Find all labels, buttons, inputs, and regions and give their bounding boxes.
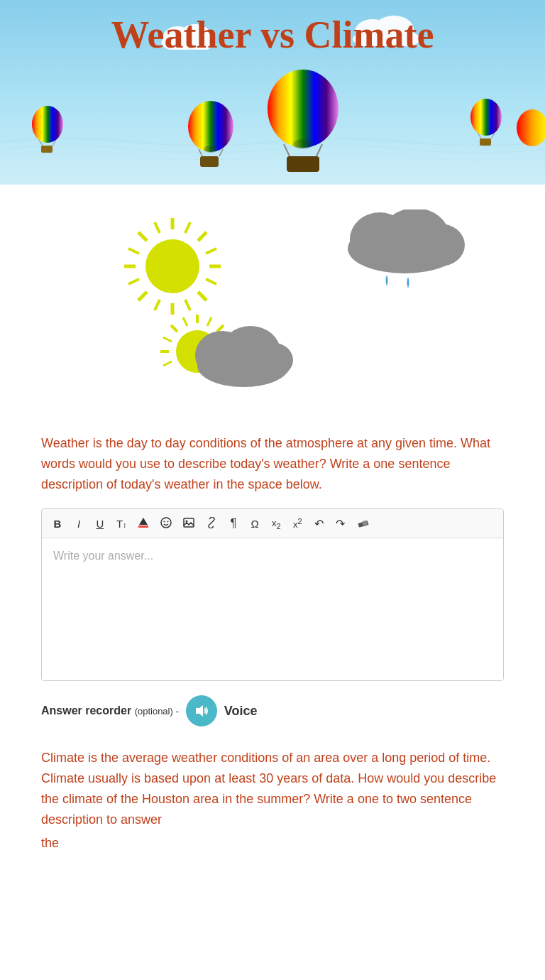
editor-placeholder: Write your answer... [53, 550, 153, 562]
answer-input[interactable]: Write your answer... [42, 538, 503, 680]
subscript-button[interactable]: x2 [266, 515, 286, 533]
svg-line-51 [207, 317, 211, 326]
svg-point-61 [161, 518, 171, 528]
answer-recorder: Answer recorder (optional) - Voice [41, 695, 504, 726]
svg-line-33 [155, 222, 160, 233]
svg-rect-14 [200, 156, 219, 167]
recorder-label: Answer recorder (optional) - [41, 704, 179, 717]
svg-point-41 [145, 239, 199, 293]
svg-line-34 [185, 222, 190, 233]
balloon-far-right [513, 107, 545, 163]
balloon-small-right [467, 96, 506, 149]
svg-line-30 [198, 292, 207, 300]
svg-line-17 [284, 144, 290, 156]
svg-line-31 [198, 232, 207, 241]
sun-icon [119, 213, 226, 320]
bold-button[interactable]: B [48, 515, 67, 533]
svg-line-49 [217, 325, 224, 332]
svg-rect-64 [184, 518, 194, 527]
link-button[interactable] [201, 514, 222, 533]
weather-description: Weather is the day to day conditions of … [41, 433, 504, 494]
svg-point-62 [164, 521, 165, 522]
svg-line-13 [219, 149, 223, 156]
rain-cloud-icon [334, 209, 475, 295]
editor-container: B I U T↕ ¶ Ω x2 x2 ↶ ↷ [41, 508, 504, 681]
svg-line-18 [316, 144, 322, 156]
speaker-icon [194, 703, 209, 719]
svg-rect-60 [138, 526, 148, 528]
emoji-button[interactable] [155, 514, 177, 533]
svg-point-59 [251, 342, 293, 378]
svg-line-39 [206, 249, 216, 254]
svg-line-37 [128, 249, 139, 254]
font-size-button[interactable]: T↕ [111, 515, 131, 533]
underline-button[interactable]: U [90, 515, 110, 533]
svg-rect-19 [287, 156, 319, 172]
svg-line-38 [128, 279, 139, 284]
svg-line-29 [138, 232, 147, 241]
svg-line-40 [206, 279, 216, 284]
svg-line-53 [163, 361, 172, 366]
svg-line-12 [199, 149, 202, 156]
svg-point-20 [470, 99, 502, 136]
image-button[interactable] [178, 514, 199, 533]
svg-rect-23 [480, 138, 491, 146]
svg-point-6 [32, 106, 63, 143]
weather-illustration [41, 199, 504, 426]
svg-point-45 [415, 224, 465, 266]
svg-point-11 [204, 146, 218, 153]
svg-point-15 [268, 70, 338, 148]
balloon-large [263, 67, 344, 178]
undo-button[interactable]: ↶ [309, 514, 329, 533]
redo-button[interactable]: ↷ [330, 514, 350, 533]
eraser-button[interactable] [353, 513, 374, 533]
svg-point-16 [293, 139, 313, 149]
main-content: Weather is the day to day conditions of … [27, 185, 518, 966]
svg-line-52 [163, 337, 172, 342]
balloon-decoration [0, 50, 545, 185]
page-title: Weather vs Climate [111, 13, 434, 57]
header: Weather vs Climate [0, 0, 545, 185]
svg-point-24 [517, 109, 545, 146]
voice-label: Voice [224, 704, 258, 719]
balloon-medium [185, 99, 238, 170]
svg-marker-69 [196, 705, 203, 717]
svg-line-48 [171, 325, 177, 332]
svg-line-32 [138, 292, 147, 300]
editor-toolbar: B I U T↕ ¶ Ω x2 x2 ↶ ↷ [42, 509, 503, 538]
partly-cloudy-icon [151, 309, 293, 401]
superscript-button[interactable]: x2 [287, 514, 307, 533]
svg-point-63 [167, 521, 169, 522]
svg-point-10 [188, 101, 233, 152]
italic-button[interactable]: I [69, 515, 89, 533]
color-button[interactable] [133, 514, 154, 533]
climate-description: Climate is the average weather condition… [41, 748, 504, 829]
paragraph-button[interactable]: ¶ [224, 513, 243, 533]
balloon-small-left [28, 103, 67, 156]
footer-text: the [41, 833, 504, 854]
svg-line-66 [210, 521, 213, 524]
omega-button[interactable]: Ω [245, 515, 265, 533]
svg-line-50 [183, 317, 187, 326]
voice-record-button[interactable] [186, 695, 217, 726]
svg-rect-9 [41, 146, 53, 153]
